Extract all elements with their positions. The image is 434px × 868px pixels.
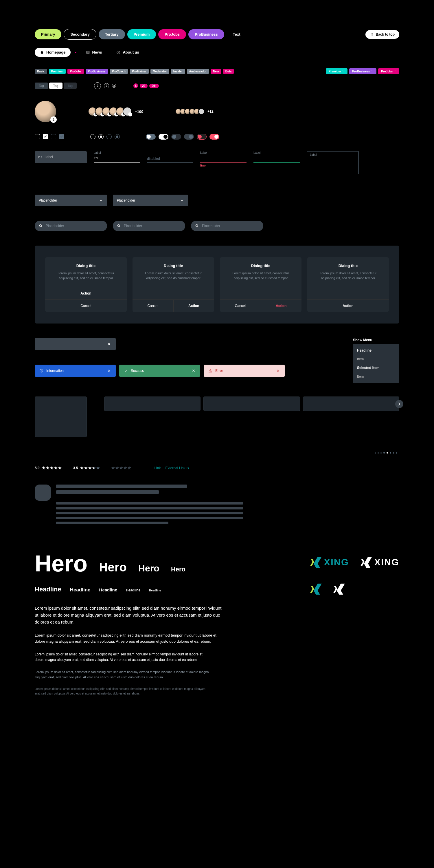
chevron-down-icon [342, 69, 344, 72]
menu-item[interactable]: Item [353, 355, 399, 364]
nav-homepage[interactable]: Homepage [35, 48, 71, 57]
radio-selected[interactable] [98, 134, 104, 139]
body-text-5: Lorem ipsum dolor sit amet, consetetur s… [35, 687, 211, 696]
svg-line-11 [120, 226, 120, 227]
tag-selected[interactable]: Tag [49, 83, 63, 89]
xing-mark-icon [333, 583, 345, 595]
chevron-down-icon [99, 198, 103, 203]
svg-point-18 [210, 371, 210, 372]
toggle-on[interactable] [159, 134, 168, 140]
body-text-2: Lorem ipsum dolor sit amet, consetetur s… [35, 632, 223, 645]
toggle-off[interactable] [146, 134, 156, 140]
rating-empty[interactable]: ☆☆☆☆☆ [111, 466, 131, 470]
alert-error: Error [204, 365, 285, 377]
svg-point-8 [39, 224, 41, 226]
badge-projobs: ProJobs [67, 69, 84, 74]
search-input[interactable]: Placeholder [191, 221, 263, 231]
badge-probusiness-dropdown[interactable]: ProBusiness [349, 68, 376, 74]
dialog-action-button[interactable]: Action [307, 300, 389, 312]
checkbox-checked[interactable] [43, 134, 48, 139]
dialogs-container: Dialog title Lorem ipsum dolor sit amet,… [35, 246, 399, 323]
close-icon[interactable] [107, 342, 111, 346]
skeleton-loader [35, 485, 243, 524]
menu-item[interactable]: Item [353, 372, 399, 381]
dialog-cancel-button[interactable]: Cancel [133, 300, 173, 312]
chevron-down-icon [394, 69, 396, 72]
news-icon [86, 51, 90, 55]
secondary-button[interactable]: Secondary [64, 29, 96, 40]
close-icon[interactable] [107, 369, 111, 373]
badge-projobs-dropdown[interactable]: ProJobs [378, 68, 399, 74]
dropdown[interactable]: Placeholder [113, 195, 188, 206]
badge-count: 99+ [149, 84, 159, 88]
input-valid[interactable]: Label [254, 151, 300, 163]
text-button[interactable]: Text [227, 29, 247, 39]
input-filled[interactable]: Label [35, 151, 87, 163]
search-input[interactable]: Placeholder [113, 221, 185, 231]
search-input[interactable]: Placeholder [35, 221, 107, 231]
warning-icon [208, 369, 212, 373]
badge-new: New [211, 69, 221, 74]
svg-rect-7 [94, 157, 98, 159]
dialog-action-button[interactable]: Action [173, 300, 214, 312]
svg-point-10 [118, 224, 120, 226]
projobs-button[interactable]: ProJobs [158, 29, 186, 39]
dropdown[interactable]: Placeholder [35, 195, 107, 206]
nav-about[interactable]: About us [111, 48, 144, 57]
badge-protrainer: ProTrainer [130, 69, 149, 74]
body-text-4: Lorem ipsum dolor sit amet, consetetur s… [35, 670, 211, 680]
divider [35, 453, 364, 453]
input-error[interactable]: Label [200, 151, 246, 163]
svg-point-4 [118, 52, 119, 52]
alert-success: Success [119, 365, 200, 377]
nav-pills: Homepage ● News About us [35, 48, 399, 57]
badge-premium-dropdown[interactable]: Premium [326, 68, 348, 74]
check-icon [124, 369, 128, 373]
headline-5: Headline [149, 589, 161, 592]
dialog-cancel-button[interactable]: Cancel [45, 300, 127, 312]
tag[interactable]: Tag [35, 83, 48, 89]
back-to-top-button[interactable]: Back to top [365, 30, 399, 39]
input-floating-label: Label [200, 151, 207, 154]
carousel-indicators[interactable]: | | [375, 452, 399, 454]
dialog-action-button[interactable]: Action [45, 287, 127, 300]
skeleton-line [56, 522, 168, 524]
nav-news[interactable]: News [81, 48, 107, 57]
hero-md: Hero [138, 563, 159, 574]
carousel-next-button[interactable] [395, 400, 403, 408]
radio-disabled-selected [114, 134, 120, 139]
avatars-row: 2 1 1 2 2 1 - +100 +12 [35, 101, 399, 122]
facepile-large: 1 1 2 2 1 - [88, 107, 132, 116]
dialog-cancel-button[interactable]: Cancel [220, 300, 261, 312]
headline-4: Headline [126, 588, 140, 592]
xing-mark-icon [310, 556, 322, 568]
card-placeholder [104, 397, 201, 411]
input-line[interactable]: Label [94, 151, 140, 163]
probusiness-button[interactable]: ProBusiness [188, 29, 224, 39]
hero-lg: Hero [99, 560, 127, 574]
input-disabled: disabled [147, 151, 193, 163]
avatar[interactable] [198, 108, 205, 115]
xing-mark-icon [361, 556, 372, 568]
dialog-action-button-danger[interactable]: Action [261, 300, 302, 312]
dialog-title: Dialog title [51, 264, 122, 268]
textarea[interactable]: Label [307, 151, 359, 174]
close-icon[interactable] [192, 369, 196, 373]
primary-button[interactable]: Primary [35, 29, 61, 39]
radio-empty[interactable] [90, 134, 96, 139]
toggle-danger-on[interactable] [209, 134, 219, 140]
rating-value: 5.0 [35, 466, 40, 470]
badge-ambassador: Ambassador [187, 69, 209, 74]
external-link[interactable]: External Link [165, 466, 189, 470]
skeleton-line [56, 502, 243, 504]
back-to-top-label: Back to top [376, 32, 395, 36]
avatar-large[interactable]: 2 [35, 101, 56, 122]
link[interactable]: Link [154, 466, 161, 470]
checkbox-empty[interactable] [35, 134, 40, 139]
premium-button[interactable]: Premium [127, 29, 156, 39]
tertiary-button[interactable]: Tertiary [99, 29, 125, 39]
avatar[interactable]: - [123, 107, 132, 116]
toggle-danger-off[interactable] [197, 134, 207, 140]
close-icon[interactable] [276, 369, 280, 373]
menu-item-selected[interactable]: Selected Item [353, 364, 399, 372]
